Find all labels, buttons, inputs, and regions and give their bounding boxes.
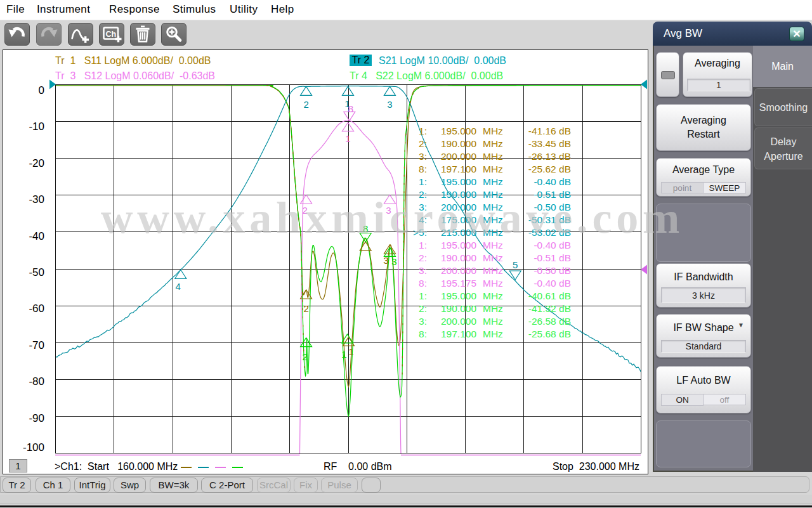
svg-text:Ch: Ch	[106, 30, 117, 39]
